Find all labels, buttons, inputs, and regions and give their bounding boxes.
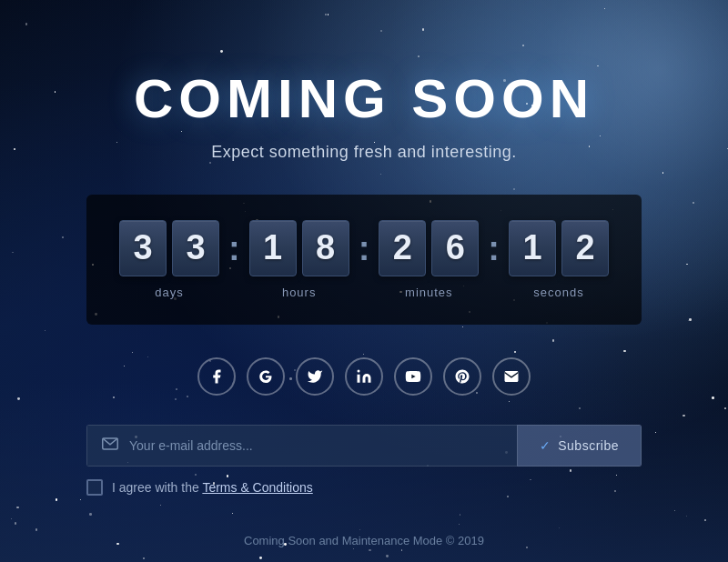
days-digit-1: 3 [119, 220, 167, 276]
terms-link[interactable]: Terms & Conditions [202, 480, 312, 495]
pinterest-icon[interactable] [443, 357, 481, 396]
email-icon[interactable] [492, 357, 531, 396]
minutes-group: 2 6 minutes [379, 220, 479, 299]
seconds-digits: 1 2 [509, 220, 609, 276]
seconds-digit-2: 2 [561, 220, 609, 276]
minutes-digits: 2 6 [379, 220, 479, 276]
subscribe-button[interactable]: ✓ Subscribe [517, 425, 642, 467]
colon-2: : [355, 229, 374, 268]
hours-group: 1 8 hours [249, 220, 349, 299]
countdown-box: 3 3 days : 1 8 hours : 2 6 minutes : [86, 195, 642, 325]
checkmark-icon: ✓ [540, 438, 551, 453]
main-content: COMING SOON Expect something fresh and i… [0, 67, 728, 496]
seconds-label: seconds [533, 286, 583, 299]
days-label: days [155, 286, 183, 299]
days-digit-2: 3 [172, 220, 219, 276]
page-title: COMING SOON [134, 67, 594, 130]
footer-text: Coming Soon and Maintenance Mode © 2019 [244, 534, 484, 547]
email-input[interactable] [129, 438, 502, 453]
email-area [86, 425, 517, 467]
footer: Coming Soon and Maintenance Mode © 2019 [0, 534, 728, 547]
hours-digit-2: 8 [302, 220, 349, 276]
social-row [197, 357, 531, 396]
seconds-digit-1: 1 [509, 220, 556, 276]
agree-checkbox[interactable] [86, 479, 103, 496]
minutes-label: minutes [405, 286, 453, 299]
page-subtitle: Expect something fresh and interesting. [211, 143, 517, 162]
linkedin-icon[interactable] [345, 357, 383, 396]
hours-label: hours [282, 286, 317, 299]
hours-digits: 1 8 [249, 220, 349, 276]
minutes-digit-1: 2 [379, 220, 426, 276]
subscribe-label: Subscribe [558, 438, 619, 453]
youtube-icon[interactable] [394, 357, 432, 396]
colon-1: : [225, 229, 244, 268]
days-digits: 3 3 [119, 220, 219, 276]
facebook-icon[interactable] [197, 357, 236, 396]
terms-row: I agree with the Terms & Conditions [86, 479, 642, 496]
subscribe-row: ✓ Subscribe [86, 425, 642, 467]
google-plus-icon[interactable] [247, 357, 285, 396]
agree-prefix: I agree with the [112, 480, 202, 495]
mail-icon [102, 437, 118, 454]
hours-digit-1: 1 [249, 220, 297, 276]
days-group: 3 3 days [119, 220, 219, 299]
svg-point-0 [358, 369, 360, 372]
minutes-digit-2: 6 [431, 220, 479, 276]
agree-text: I agree with the Terms & Conditions [112, 480, 313, 495]
seconds-group: 1 2 seconds [509, 220, 609, 299]
colon-3: : [484, 229, 503, 268]
twitter-icon[interactable] [296, 357, 334, 396]
